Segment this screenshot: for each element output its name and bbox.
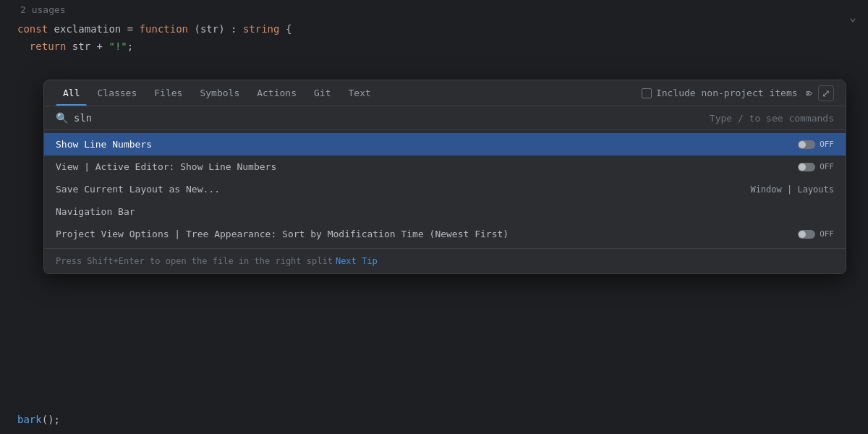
result-item[interactable]: Project View Options | Tree Appearance: … bbox=[44, 223, 846, 245]
toggle-thumb bbox=[799, 141, 806, 148]
toggle-track bbox=[798, 140, 815, 149]
tab-git[interactable]: Git bbox=[307, 80, 338, 106]
next-tip-link[interactable]: Next Tip bbox=[336, 256, 378, 266]
code-text: exclamation = bbox=[48, 23, 139, 35]
code-line-2: return str + "!"; bbox=[17, 38, 851, 55]
code-params: (str) : bbox=[188, 23, 243, 35]
search-row: 🔍 Type / to see commands bbox=[44, 106, 846, 130]
toggle-thumb bbox=[799, 231, 806, 238]
tab-text[interactable]: Text bbox=[341, 80, 378, 106]
chevron-down-icon: ⌄ bbox=[849, 10, 856, 24]
code-body: str + bbox=[66, 41, 109, 52]
toggle-off-badge: OFF bbox=[798, 140, 834, 149]
type-string: string bbox=[243, 23, 280, 35]
code-brace: { bbox=[279, 23, 292, 35]
string-literal: "!" bbox=[109, 41, 127, 52]
search-icon: 🔍 bbox=[56, 112, 68, 124]
result-text: Show Line Numbers bbox=[56, 139, 792, 150]
toggle-label: OFF bbox=[820, 162, 834, 171]
code-line-1: const exclamation = function (str) : str… bbox=[17, 20, 851, 38]
search-hint: Type / to see commands bbox=[710, 113, 834, 124]
results-list: Show Line Numbers OFF View | Active Edit… bbox=[44, 130, 846, 248]
code-indent bbox=[17, 41, 30, 52]
include-non-project-wrapper: Include non-project items bbox=[642, 88, 798, 98]
toggle-label: OFF bbox=[820, 140, 834, 149]
include-non-project-label: Include non-project items bbox=[656, 88, 798, 98]
fn-call-text: bark bbox=[17, 414, 42, 425]
tab-symbols[interactable]: Symbols bbox=[192, 80, 247, 106]
toggle-off-badge: OFF bbox=[798, 229, 834, 239]
toggle-track bbox=[798, 163, 815, 171]
result-item[interactable]: Save Current Layout as New... Window | L… bbox=[44, 178, 846, 200]
result-item[interactable]: View | Active Editor: Show Line Numbers … bbox=[44, 156, 846, 178]
result-item[interactable]: Navigation Bar bbox=[44, 200, 846, 223]
tab-files[interactable]: Files bbox=[147, 80, 190, 106]
tabs-row: All Classes Files Symbols Actions Git Te… bbox=[44, 80, 846, 106]
result-text: Project View Options | Tree Appearance: … bbox=[56, 229, 792, 239]
toggle-label: OFF bbox=[820, 229, 834, 239]
include-non-project-checkbox[interactable] bbox=[642, 88, 652, 98]
code-semi: ; bbox=[127, 41, 133, 52]
result-text: Navigation Bar bbox=[56, 206, 834, 217]
keyword-function: function bbox=[140, 23, 188, 35]
filter-icon[interactable]: ⌦ bbox=[807, 88, 812, 99]
keyword-const: const bbox=[17, 23, 48, 35]
result-text: View | Active Editor: Show Line Numbers bbox=[56, 161, 792, 172]
keyword-return: return bbox=[30, 41, 67, 52]
result-text: Save Current Layout as New... bbox=[56, 184, 744, 195]
bottom-code-line: bark(); bbox=[17, 411, 851, 428]
toggle-off-badge: OFF bbox=[798, 162, 834, 171]
expand-icon[interactable]: ⤢ bbox=[818, 85, 834, 101]
toggle-track bbox=[798, 230, 815, 239]
footer-tip-text: Press Shift+Enter to open the file in th… bbox=[56, 256, 333, 266]
code-usages: 2 usages bbox=[17, 0, 851, 20]
search-input[interactable] bbox=[74, 112, 704, 124]
tab-actions[interactable]: Actions bbox=[250, 80, 304, 106]
tab-classes[interactable]: Classes bbox=[90, 80, 144, 106]
fn-call-parens: (); bbox=[42, 414, 60, 425]
code-bottom: bark(); bbox=[0, 405, 868, 434]
result-item[interactable]: Show Line Numbers OFF bbox=[44, 133, 846, 156]
toggle-thumb bbox=[799, 163, 806, 171]
tab-all[interactable]: All bbox=[56, 80, 87, 106]
popup-footer: Press Shift+Enter to open the file in th… bbox=[44, 248, 846, 273]
result-badge: Window | Layouts bbox=[750, 184, 834, 195]
search-popup: All Classes Files Symbols Actions Git Te… bbox=[43, 80, 846, 274]
